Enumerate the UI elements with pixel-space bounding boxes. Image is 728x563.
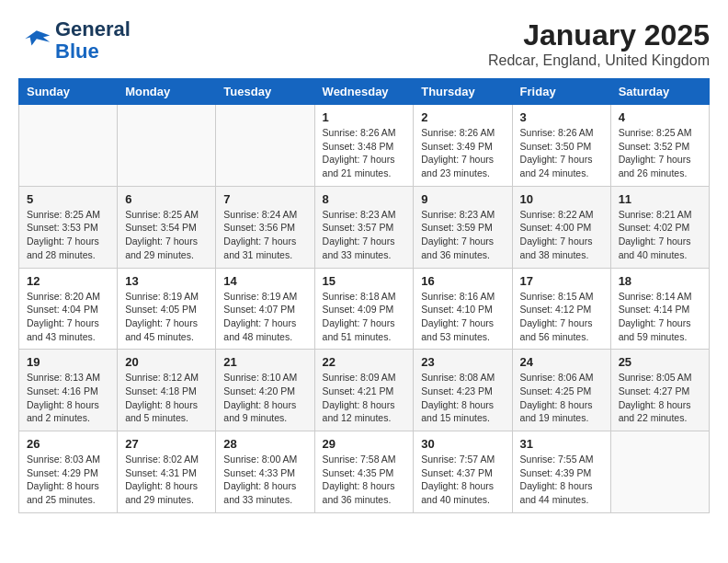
calendar-cell: 27Sunrise: 8:02 AM Sunset: 4:31 PM Dayli…: [118, 431, 216, 513]
logo: General Blue: [18, 18, 131, 63]
day-info: Sunrise: 8:16 AM Sunset: 4:10 PM Dayligh…: [421, 290, 504, 344]
day-number: 2: [421, 110, 504, 124]
day-number: 15: [323, 274, 406, 288]
day-info: Sunrise: 8:15 AM Sunset: 4:12 PM Dayligh…: [520, 290, 603, 344]
day-number: 19: [27, 355, 109, 369]
day-info: Sunrise: 8:14 AM Sunset: 4:14 PM Dayligh…: [619, 290, 701, 344]
day-info: Sunrise: 8:26 AM Sunset: 3:48 PM Dayligh…: [323, 126, 406, 180]
day-number: 18: [619, 274, 701, 288]
day-info: Sunrise: 8:25 AM Sunset: 3:54 PM Dayligh…: [125, 208, 208, 262]
day-info: Sunrise: 8:06 AM Sunset: 4:25 PM Dayligh…: [520, 371, 603, 425]
day-number: 16: [421, 274, 504, 288]
day-info: Sunrise: 8:09 AM Sunset: 4:21 PM Dayligh…: [323, 371, 406, 425]
day-number: 31: [520, 437, 603, 451]
weekday-header-friday: Friday: [512, 79, 610, 105]
calendar-cell: 2Sunrise: 8:26 AM Sunset: 3:49 PM Daylig…: [414, 105, 512, 187]
day-info: Sunrise: 7:58 AM Sunset: 4:35 PM Dayligh…: [323, 453, 406, 507]
calendar-cell: 29Sunrise: 7:58 AM Sunset: 4:35 PM Dayli…: [314, 431, 414, 513]
day-info: Sunrise: 8:19 AM Sunset: 4:07 PM Dayligh…: [223, 290, 306, 344]
day-number: 27: [125, 437, 208, 451]
day-number: 1: [323, 110, 406, 124]
day-number: 3: [520, 110, 603, 124]
calendar-cell: 11Sunrise: 8:21 AM Sunset: 4:02 PM Dayli…: [610, 186, 709, 268]
calendar-cell: 22Sunrise: 8:09 AM Sunset: 4:21 PM Dayli…: [314, 350, 414, 431]
calendar-cell: 24Sunrise: 8:06 AM Sunset: 4:25 PM Dayli…: [512, 350, 610, 431]
title-block: January 2025 Redcar, England, United Kin…: [488, 18, 710, 69]
day-number: 10: [520, 192, 603, 206]
calendar-week-5: 26Sunrise: 8:03 AM Sunset: 4:29 PM Dayli…: [19, 431, 710, 513]
day-info: Sunrise: 8:10 AM Sunset: 4:20 PM Dayligh…: [223, 371, 306, 425]
calendar-week-4: 19Sunrise: 8:13 AM Sunset: 4:16 PM Dayli…: [19, 350, 710, 431]
day-number: 14: [223, 274, 306, 288]
calendar-cell: 13Sunrise: 8:19 AM Sunset: 4:05 PM Dayli…: [118, 268, 216, 350]
day-info: Sunrise: 8:24 AM Sunset: 3:56 PM Dayligh…: [223, 208, 306, 262]
calendar-cell: 4Sunrise: 8:25 AM Sunset: 3:52 PM Daylig…: [610, 105, 709, 187]
logo-general-text: General: [55, 17, 131, 40]
calendar-cell: 9Sunrise: 8:23 AM Sunset: 3:59 PM Daylig…: [414, 186, 512, 268]
calendar-cell: [610, 431, 709, 513]
calendar-cell: 1Sunrise: 8:26 AM Sunset: 3:48 PM Daylig…: [314, 105, 414, 187]
day-number: 30: [421, 437, 504, 451]
day-info: Sunrise: 8:03 AM Sunset: 4:29 PM Dayligh…: [27, 453, 109, 507]
calendar-table: SundayMondayTuesdayWednesdayThursdayFrid…: [18, 78, 710, 513]
day-info: Sunrise: 7:55 AM Sunset: 4:39 PM Dayligh…: [520, 453, 603, 507]
day-info: Sunrise: 8:19 AM Sunset: 4:05 PM Dayligh…: [125, 290, 208, 344]
day-number: 4: [619, 110, 701, 124]
day-number: 11: [619, 192, 701, 206]
day-info: Sunrise: 8:22 AM Sunset: 4:00 PM Dayligh…: [520, 208, 603, 262]
calendar-cell: 21Sunrise: 8:10 AM Sunset: 4:20 PM Dayli…: [216, 350, 314, 431]
day-number: 7: [223, 192, 306, 206]
calendar-cell: 17Sunrise: 8:15 AM Sunset: 4:12 PM Dayli…: [512, 268, 610, 350]
calendar-week-3: 12Sunrise: 8:20 AM Sunset: 4:04 PM Dayli…: [19, 268, 710, 350]
weekday-header-monday: Monday: [118, 79, 216, 105]
day-number: 21: [223, 355, 306, 369]
day-info: Sunrise: 8:02 AM Sunset: 4:31 PM Dayligh…: [125, 453, 208, 507]
weekday-header-row: SundayMondayTuesdayWednesdayThursdayFrid…: [19, 79, 710, 105]
day-number: 28: [223, 437, 306, 451]
calendar-cell: [118, 105, 216, 187]
day-info: Sunrise: 8:25 AM Sunset: 3:53 PM Dayligh…: [27, 208, 109, 262]
day-info: Sunrise: 8:25 AM Sunset: 3:52 PM Dayligh…: [619, 126, 701, 180]
calendar-cell: 19Sunrise: 8:13 AM Sunset: 4:16 PM Dayli…: [19, 350, 118, 431]
calendar-cell: 20Sunrise: 8:12 AM Sunset: 4:18 PM Dayli…: [118, 350, 216, 431]
day-number: 24: [520, 355, 603, 369]
calendar-cell: 5Sunrise: 8:25 AM Sunset: 3:53 PM Daylig…: [19, 186, 118, 268]
day-info: Sunrise: 8:20 AM Sunset: 4:04 PM Dayligh…: [27, 290, 109, 344]
day-info: Sunrise: 8:23 AM Sunset: 3:59 PM Dayligh…: [421, 208, 504, 262]
calendar-cell: 7Sunrise: 8:24 AM Sunset: 3:56 PM Daylig…: [216, 186, 314, 268]
day-info: Sunrise: 8:13 AM Sunset: 4:16 PM Dayligh…: [27, 371, 109, 425]
day-info: Sunrise: 8:12 AM Sunset: 4:18 PM Dayligh…: [125, 371, 208, 425]
weekday-header-tuesday: Tuesday: [216, 79, 314, 105]
day-number: 12: [27, 274, 109, 288]
calendar-cell: 6Sunrise: 8:25 AM Sunset: 3:54 PM Daylig…: [118, 186, 216, 268]
weekday-header-saturday: Saturday: [610, 79, 709, 105]
calendar-week-2: 5Sunrise: 8:25 AM Sunset: 3:53 PM Daylig…: [19, 186, 710, 268]
calendar-cell: 14Sunrise: 8:19 AM Sunset: 4:07 PM Dayli…: [216, 268, 314, 350]
day-number: 20: [125, 355, 208, 369]
day-number: 23: [421, 355, 504, 369]
day-number: 25: [619, 355, 701, 369]
svg-marker-0: [25, 30, 50, 45]
weekday-header-wednesday: Wednesday: [314, 79, 414, 105]
calendar-cell: 15Sunrise: 8:18 AM Sunset: 4:09 PM Dayli…: [314, 268, 414, 350]
calendar-cell: 8Sunrise: 8:23 AM Sunset: 3:57 PM Daylig…: [314, 186, 414, 268]
day-info: Sunrise: 8:00 AM Sunset: 4:33 PM Dayligh…: [223, 453, 306, 507]
location-text: Redcar, England, United Kingdom: [488, 52, 710, 69]
calendar-cell: [216, 105, 314, 187]
calendar-cell: 3Sunrise: 8:26 AM Sunset: 3:50 PM Daylig…: [512, 105, 610, 187]
day-info: Sunrise: 8:26 AM Sunset: 3:49 PM Dayligh…: [421, 126, 504, 180]
day-number: 29: [323, 437, 406, 451]
weekday-header-thursday: Thursday: [414, 79, 512, 105]
calendar-cell: 26Sunrise: 8:03 AM Sunset: 4:29 PM Dayli…: [19, 431, 118, 513]
calendar-cell: 10Sunrise: 8:22 AM Sunset: 4:00 PM Dayli…: [512, 186, 610, 268]
day-number: 26: [27, 437, 109, 451]
calendar-cell: 23Sunrise: 8:08 AM Sunset: 4:23 PM Dayli…: [414, 350, 512, 431]
day-number: 22: [323, 355, 406, 369]
calendar-cell: [19, 105, 118, 187]
day-number: 13: [125, 274, 208, 288]
calendar-cell: 12Sunrise: 8:20 AM Sunset: 4:04 PM Dayli…: [19, 268, 118, 350]
calendar-cell: 18Sunrise: 8:14 AM Sunset: 4:14 PM Dayli…: [610, 268, 709, 350]
day-info: Sunrise: 8:21 AM Sunset: 4:02 PM Dayligh…: [619, 208, 701, 262]
day-number: 17: [520, 274, 603, 288]
day-info: Sunrise: 8:08 AM Sunset: 4:23 PM Dayligh…: [421, 371, 504, 425]
